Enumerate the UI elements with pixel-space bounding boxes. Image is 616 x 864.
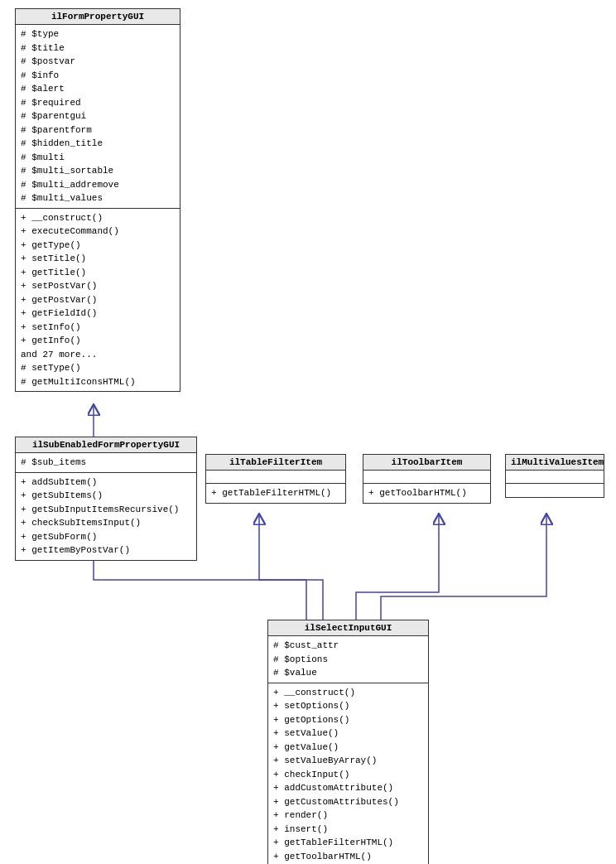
class-methods-ilSubEnabledFormPropertyGUI: + addSubItem() + getSubItems() + getSubI… — [16, 473, 196, 560]
class-attributes-ilSelectInputGUI: # $cust_attr # $options # $value — [268, 636, 428, 683]
class-title-ilToolbarItem: ilToolbarItem — [363, 455, 490, 471]
diagram-container: ilFormPropertyGUI # $type # $title # $po… — [0, 0, 616, 864]
class-attributes-ilFormPropertyGUI: # $type # $title # $postvar # $info # $a… — [16, 25, 180, 209]
class-attributes-ilSubEnabledFormPropertyGUI: # $sub_items — [16, 453, 196, 473]
class-methods-ilFormPropertyGUI: + __construct() + executeCommand() + get… — [16, 209, 180, 392]
class-methods-ilTableFilterItem: + getTableFilterHTML() — [206, 484, 345, 503]
class-attributes-ilToolbarItem — [363, 471, 490, 484]
class-ilToolbarItem: ilToolbarItem + getToolbarHTML() — [363, 454, 491, 504]
class-title-ilFormPropertyGUI: ilFormPropertyGUI — [16, 9, 180, 25]
class-ilFormPropertyGUI: ilFormPropertyGUI # $type # $title # $po… — [15, 8, 180, 392]
class-title-ilTableFilterItem: ilTableFilterItem — [206, 455, 345, 471]
class-attributes-ilMultiValuesItem — [506, 471, 604, 484]
class-methods-ilSelectInputGUI: + __construct() + setOptions() + getOpti… — [268, 683, 428, 865]
class-methods-ilMultiValuesItem — [506, 484, 604, 497]
class-ilSelectInputGUI: ilSelectInputGUI # $cust_attr # $options… — [267, 620, 429, 864]
class-methods-ilToolbarItem: + getToolbarHTML() — [363, 484, 490, 503]
class-attributes-ilTableFilterItem — [206, 471, 345, 484]
class-ilSubEnabledFormPropertyGUI: ilSubEnabledFormPropertyGUI # $sub_items… — [15, 437, 197, 561]
class-title-ilSubEnabledFormPropertyGUI: ilSubEnabledFormPropertyGUI — [16, 437, 196, 453]
class-ilTableFilterItem: ilTableFilterItem + getTableFilterHTML() — [205, 454, 346, 504]
class-title-ilMultiValuesItem: ilMultiValuesItem — [506, 455, 604, 471]
class-ilMultiValuesItem: ilMultiValuesItem — [505, 454, 604, 498]
class-title-ilSelectInputGUI: ilSelectInputGUI — [268, 620, 428, 636]
